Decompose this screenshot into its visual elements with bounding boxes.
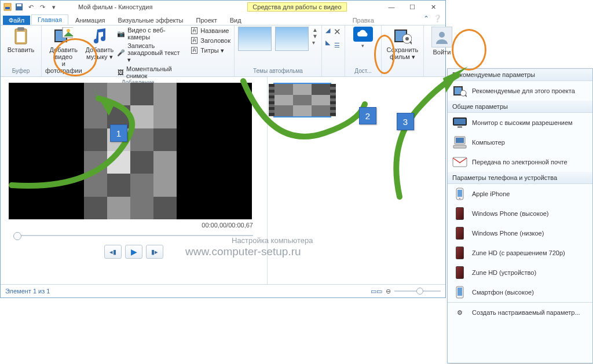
save-movie-menu: Рекомендуемые параметры Рекомендуемые дл… bbox=[447, 68, 593, 363]
svg-rect-27 bbox=[453, 157, 467, 167]
qat-dropdown-icon[interactable]: ▾ bbox=[49, 2, 58, 12]
timeline-pane[interactable] bbox=[267, 77, 445, 285]
tab-file[interactable]: Файл bbox=[3, 16, 30, 25]
timecode: 00:00,00/00:00,67 bbox=[9, 219, 259, 229]
svg-point-16 bbox=[439, 32, 445, 38]
phone-icon bbox=[456, 227, 464, 240]
theme-scroll-down[interactable]: ▼ bbox=[312, 33, 318, 39]
gear-icon: ⚙ bbox=[452, 306, 467, 319]
group-label-buffer: Буфер bbox=[4, 68, 38, 75]
group-label-themes: Темы автофильма bbox=[238, 68, 318, 75]
save-movie-button[interactable]: Сохранить фильм ▾ bbox=[385, 27, 420, 60]
timeline-clip[interactable] bbox=[273, 83, 331, 117]
preview-pane: 00:00,00/00:00,67 ◂▮ ▶ ▮▸ bbox=[1, 77, 267, 285]
svg-rect-6 bbox=[17, 32, 25, 42]
tab-edit[interactable]: Правка bbox=[347, 16, 380, 25]
iphone-icon bbox=[452, 187, 467, 200]
credits-button[interactable]: 🄰Титры ▾ bbox=[190, 46, 230, 54]
menu-item-email[interactable]: Передача по электронной почте bbox=[448, 152, 592, 172]
add-video-photo-button[interactable]: Добавить видео и фотографии bbox=[45, 27, 82, 74]
svg-line-15 bbox=[410, 42, 412, 44]
tab-home[interactable]: Главная bbox=[31, 14, 68, 25]
phone-icon bbox=[456, 207, 464, 220]
titlebar: ↶ ↷ ▾ Мой фильм - Киностудия Средства дл… bbox=[1, 1, 445, 13]
svg-rect-29 bbox=[457, 190, 462, 197]
tab-visual-effects[interactable]: Визуальные эффекты bbox=[112, 16, 189, 25]
redo-icon[interactable]: ↷ bbox=[38, 2, 47, 12]
menu-item-wp-high[interactable]: Windows Phone (высокое) bbox=[448, 204, 592, 223]
svg-rect-3 bbox=[17, 4, 21, 6]
sign-in-button[interactable]: Войти bbox=[427, 27, 456, 56]
title-icon: 🄰 bbox=[190, 27, 198, 35]
cloud-icon bbox=[353, 27, 373, 42]
save-icon[interactable] bbox=[14, 2, 24, 12]
select-all-icon[interactable]: ☰ bbox=[334, 42, 340, 49]
save-movie-icon bbox=[452, 84, 467, 97]
minimize-button[interactable]: — bbox=[382, 1, 401, 13]
menu-item-zune[interactable]: Zune HD (устройство) bbox=[448, 263, 592, 282]
ribbon-tabs: Файл Главная Анимация Визуальные эффекты… bbox=[1, 13, 445, 25]
automovie-theme-1[interactable] bbox=[238, 27, 272, 51]
zoom-out-button[interactable]: ⊖ bbox=[386, 288, 391, 295]
record-narration-button[interactable]: 🎤Записать закадровый текст ▾ bbox=[117, 42, 184, 64]
menu-header-phone: Параметры телефона и устройства bbox=[448, 172, 592, 184]
maximize-button[interactable]: ☐ bbox=[402, 1, 422, 13]
automovie-theme-2[interactable] bbox=[275, 27, 309, 51]
email-icon bbox=[452, 156, 467, 168]
app-window: ↶ ↷ ▾ Мой фильм - Киностудия Средства дл… bbox=[0, 0, 446, 298]
ribbon-collapse[interactable]: ⌃ ❔ bbox=[423, 14, 442, 23]
zoom-slider[interactable] bbox=[394, 291, 441, 292]
theme-scroll-up[interactable]: ▲ bbox=[312, 27, 318, 33]
menu-item-recommended-project[interactable]: Рекомендуемые для этого проекта bbox=[448, 81, 592, 101]
svg-rect-25 bbox=[456, 138, 464, 143]
webcam-icon: 📷 bbox=[117, 30, 125, 38]
phone-icon bbox=[456, 266, 464, 279]
user-icon bbox=[431, 27, 452, 47]
menu-item-iphone[interactable]: Apple iPhone bbox=[448, 184, 592, 204]
menu-item-computer[interactable]: Компьютер bbox=[448, 133, 592, 152]
next-frame-button[interactable]: ▮▸ bbox=[146, 245, 163, 259]
menu-item-hd-monitor[interactable]: Монитор с высоким разрешением bbox=[448, 113, 592, 133]
microphone-icon: 🎤 bbox=[117, 49, 125, 57]
computer-icon bbox=[452, 136, 467, 149]
theme-expand[interactable]: ▾ bbox=[312, 39, 318, 46]
svg-rect-5 bbox=[17, 27, 24, 31]
tab-project[interactable]: Проект bbox=[190, 16, 222, 25]
delete-icon[interactable]: ✕ bbox=[334, 27, 341, 37]
play-button[interactable]: ▶ bbox=[125, 245, 142, 259]
credits-icon: 🄰 bbox=[190, 46, 198, 54]
add-music-button[interactable]: Добавить музыку ▾ bbox=[86, 27, 114, 60]
close-button[interactable]: ✕ bbox=[423, 1, 443, 13]
title-button[interactable]: 🄰Название bbox=[190, 27, 230, 35]
menu-item-custom-setting[interactable]: ⚙ Создать настраиваемый параметр... bbox=[448, 302, 592, 322]
paste-button[interactable]: Вставить bbox=[4, 27, 38, 53]
webcam-video-button[interactable]: 📷Видео с веб-камеры bbox=[117, 27, 184, 41]
music-note-icon bbox=[90, 27, 109, 45]
quick-access-toolbar: ↶ ↷ ▾ bbox=[3, 2, 58, 12]
app-icon[interactable] bbox=[3, 2, 12, 12]
tab-animation[interactable]: Анимация bbox=[69, 16, 111, 25]
rotate-right-icon[interactable]: ◣ bbox=[325, 39, 330, 46]
svg-rect-32 bbox=[457, 288, 462, 296]
menu-item-zune-720p[interactable]: Zune HD (с разрешением 720p) bbox=[448, 243, 592, 263]
monitor-icon bbox=[452, 116, 467, 129]
tab-view[interactable]: Вид bbox=[224, 16, 247, 25]
svg-point-30 bbox=[459, 198, 460, 199]
clipboard-icon bbox=[12, 27, 30, 45]
window-title: Мой фильм - Киностудия bbox=[78, 3, 152, 10]
menu-item-smartphone[interactable]: Смартфон (высокое) bbox=[448, 282, 592, 302]
rotate-left-icon[interactable]: ◢ bbox=[325, 27, 330, 34]
svg-rect-26 bbox=[453, 145, 466, 148]
view-toggle-icon[interactable]: ▭▭ bbox=[371, 288, 382, 295]
caption-button[interactable]: 🄰Заголовок bbox=[190, 36, 230, 45]
seek-slider[interactable] bbox=[9, 232, 259, 239]
svg-rect-22 bbox=[454, 119, 466, 124]
prev-frame-button[interactable]: ◂▮ bbox=[104, 245, 122, 259]
ribbon: Вставить Буфер Добавить видео и фотограф… bbox=[1, 25, 445, 77]
phone-icon bbox=[456, 247, 464, 259]
svg-point-14 bbox=[405, 37, 409, 41]
onedrive-button[interactable]: ▾ bbox=[349, 27, 378, 49]
menu-item-wp-low[interactable]: Windows Phone (низкое) bbox=[448, 223, 592, 243]
undo-icon[interactable]: ↶ bbox=[26, 2, 35, 12]
save-movie-icon bbox=[393, 27, 412, 45]
